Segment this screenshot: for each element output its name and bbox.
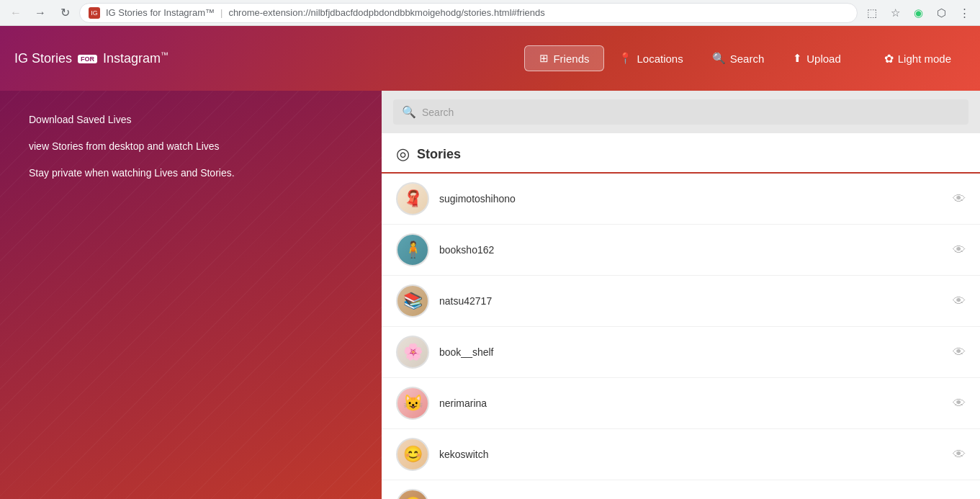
avatar-emoji: 😺 — [403, 394, 423, 413]
search-icon: 🔍 — [402, 105, 416, 119]
stories-title: Stories — [417, 147, 461, 162]
left-panel: Download Saved Lives view Stories from d… — [0, 91, 382, 499]
story-item[interactable]: 🧣 sugimotoshihono 👁 — [382, 174, 980, 225]
avatar-emoji: 😊 — [403, 445, 423, 464]
username: nerimarina — [439, 397, 953, 409]
view-story-icon[interactable]: 👁 — [953, 243, 966, 258]
view-story-icon[interactable]: 👁 — [953, 345, 966, 360]
avatar-emoji: 🧣 — [403, 189, 423, 208]
upload-icon: ⬆ — [793, 52, 802, 65]
nav-friends-tab[interactable]: ⊞ Friends — [524, 45, 604, 71]
view-story-icon[interactable]: 👁 — [953, 447, 966, 462]
stories-icon: ◎ — [396, 145, 410, 163]
light-mode-button[interactable]: ✿ Light mode — [870, 46, 966, 71]
light-mode-label: Light mode — [898, 53, 951, 65]
username: booksho162 — [439, 244, 953, 256]
stories-header: ◎ Stories — [382, 133, 980, 174]
main-area: Download Saved Lives view Stories from d… — [0, 91, 980, 499]
logo-prefix: IG Stories — [14, 51, 72, 66]
tab-title: IG Stories for Instagram™ — [106, 7, 215, 18]
story-item[interactable]: 😊 kekoswitch 👁 — [382, 429, 980, 480]
light-mode-icon: ✿ — [884, 52, 894, 66]
avatar: 📚 — [396, 284, 429, 318]
story-item[interactable]: 🌸 book__shelf 👁 — [382, 327, 980, 378]
avatar: 😺 — [396, 387, 429, 420]
stories-container: ◎ Stories 🧣 sugimotoshihono 👁 🧍 booksho1… — [382, 133, 980, 499]
forward-button[interactable]: → — [30, 3, 50, 23]
for-badge: FOR — [78, 55, 97, 63]
address-url: chrome-extension://nilbfjdbacfdodpbdondb… — [228, 7, 544, 18]
logo-suffix: Instagram — [103, 51, 161, 66]
extensions-button[interactable]: ◉ — [908, 3, 928, 23]
locations-label: Locations — [637, 53, 683, 65]
stories-list: 🧣 sugimotoshihono 👁 🧍 booksho162 👁 📚 nat… — [382, 174, 980, 499]
avatar-emoji: 🌸 — [403, 343, 423, 361]
browser-chrome: ← → ↻ IG IG Stories for Instagram™ | chr… — [0, 0, 980, 26]
ext-icon-label: IG — [91, 9, 98, 17]
nav-tabs: ⊞ Friends 📍 Locations 🔍 Search ⬆ Upload — [524, 45, 855, 71]
search-bar: 🔍 — [393, 99, 968, 125]
friends-icon: ⊞ — [539, 52, 549, 65]
feature-text-1: Download Saved Lives — [29, 112, 353, 127]
feature-text-2: view Stories from desktop and watch Live… — [29, 139, 353, 154]
username: sugimotoshihono — [439, 193, 953, 204]
address-bar[interactable]: IG IG Stories for Instagram™ | chrome-ex… — [79, 3, 858, 23]
search-nav-label: Search — [730, 53, 765, 65]
trademark-symbol: ™ — [161, 50, 168, 59]
avatar-emoji: 🙂 — [403, 496, 423, 499]
avatar: 🧍 — [396, 233, 429, 266]
avatar-emoji: 🧍 — [403, 240, 423, 259]
location-icon: 📍 — [619, 52, 632, 65]
feature-text-3: Stay private when watching Lives and Sto… — [29, 166, 353, 181]
avatar: 🧣 — [396, 182, 429, 215]
back-button[interactable]: ← — [6, 3, 26, 23]
view-story-icon[interactable]: 👁 — [953, 396, 966, 411]
avatar: 😊 — [396, 438, 429, 471]
nav-search-tab[interactable]: 🔍 Search — [698, 45, 779, 71]
story-item[interactable]: 😺 nerimarina 👁 — [382, 378, 980, 429]
reload-button[interactable]: ↻ — [55, 3, 75, 23]
nav-upload-tab[interactable]: ⬆ Upload — [778, 45, 855, 71]
cast-button[interactable]: ⬚ — [862, 3, 882, 23]
browser-action-buttons: ⬚ ☆ ◉ ⬡ ⋮ — [862, 3, 974, 23]
search-nav-icon: 🔍 — [712, 52, 726, 65]
nav-locations-tab[interactable]: 📍 Locations — [604, 45, 697, 71]
app-logo: IG Stories FOR Instagram™ — [14, 50, 168, 66]
app-container: IG Stories FOR Instagram™ ⊞ Friends 📍 Lo… — [0, 26, 980, 499]
puzzle-button[interactable]: ⬡ — [931, 3, 951, 23]
username: book__shelf — [439, 346, 953, 358]
username: kekoswitch — [439, 449, 953, 460]
avatar: 🙂 — [396, 489, 429, 499]
extension-icon: IG — [89, 7, 100, 19]
avatar: 🌸 — [396, 336, 429, 369]
view-story-icon[interactable]: 👁 — [953, 192, 966, 207]
story-item[interactable]: 🧍 booksho162 👁 — [382, 225, 980, 276]
search-input[interactable] — [422, 107, 960, 118]
right-panel: 🔍 ◎ Stories 🧣 sugimotoshihono 👁 🧍 booksh… — [382, 91, 980, 499]
story-item[interactable]: 🙂 yuhi.sugi 👁 — [382, 480, 980, 499]
bookmark-button[interactable]: ☆ — [885, 3, 905, 23]
menu-button[interactable]: ⋮ — [954, 3, 974, 23]
app-header: IG Stories FOR Instagram™ ⊞ Friends 📍 Lo… — [0, 26, 980, 91]
story-item[interactable]: 📚 natsu42717 👁 — [382, 276, 980, 327]
view-story-icon[interactable]: 👁 — [953, 294, 966, 309]
upload-label: Upload — [806, 53, 841, 65]
username: natsu42717 — [439, 295, 953, 307]
search-bar-container: 🔍 — [382, 91, 980, 133]
avatar-emoji: 📚 — [403, 292, 423, 310]
friends-label: Friends — [553, 53, 589, 65]
